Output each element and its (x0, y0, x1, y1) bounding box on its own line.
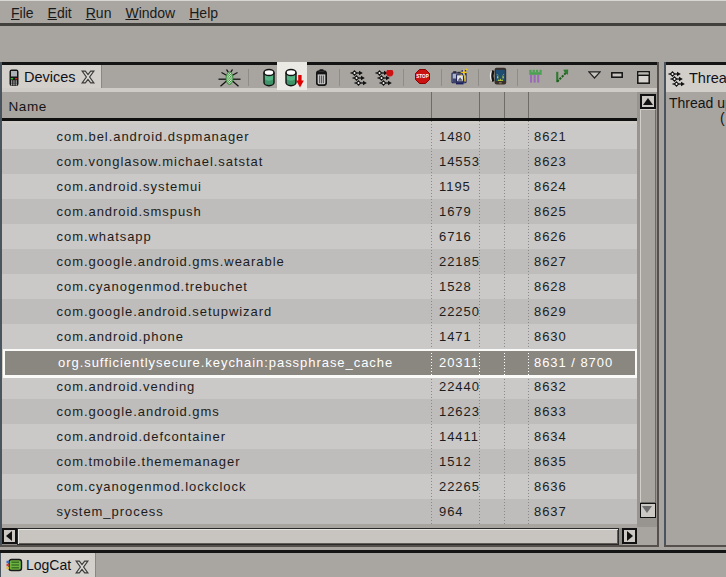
svg-text:STOP: STOP (416, 74, 428, 79)
